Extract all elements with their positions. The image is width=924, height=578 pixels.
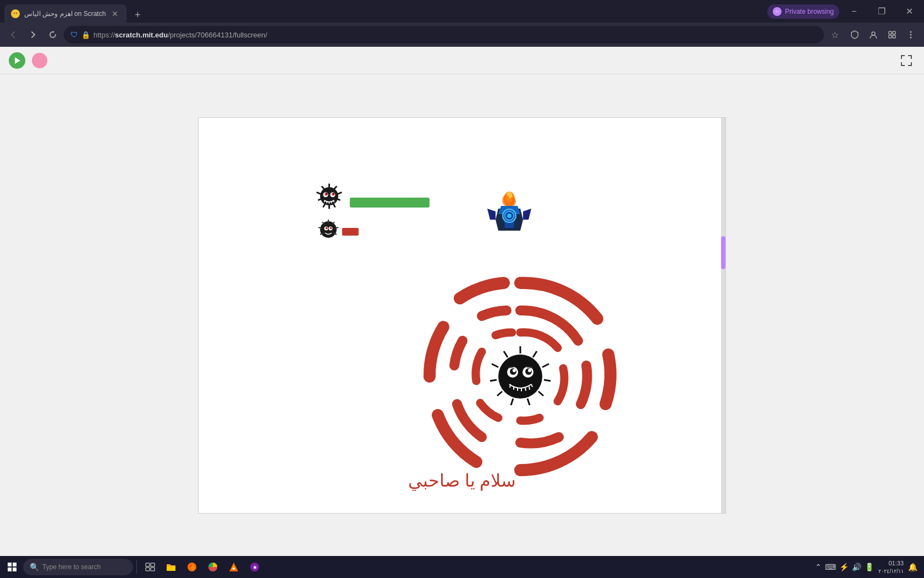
svg-point-11 <box>910 34 912 36</box>
forward-button[interactable] <box>24 26 42 43</box>
svg-point-0 <box>13 11 18 17</box>
svg-rect-95 <box>146 568 150 571</box>
firefox-button[interactable] <box>182 557 202 577</box>
private-browsing-label: Private browsing <box>785 8 834 15</box>
svg-point-73 <box>498 355 542 399</box>
scratch-canvas[interactable]: سلام يا صاحبي <box>198 117 726 514</box>
stop-button[interactable] <box>32 53 47 68</box>
svg-line-67 <box>527 399 530 405</box>
media-player-button[interactable] <box>224 557 244 577</box>
search-icon: 🔍 <box>30 563 39 571</box>
svg-line-32 <box>327 201 327 203</box>
url-text: https://scratch.mit.edu/projects/7066641… <box>94 31 817 39</box>
taskbar-divider <box>136 560 137 574</box>
player-sprite <box>317 218 340 241</box>
navbar: 🛡 🔒 https://scratch.mit.edu/projects/706… <box>0 23 924 47</box>
svg-point-52 <box>502 195 510 206</box>
clock-time: 01:33 <box>878 559 904 567</box>
nav-icons-right <box>846 26 920 43</box>
svg-line-72 <box>504 351 508 357</box>
extensions-button[interactable] <box>883 26 901 43</box>
svg-point-79 <box>528 369 531 372</box>
svg-point-49 <box>331 227 332 228</box>
svg-point-48 <box>326 227 327 228</box>
scrollbar-thumb[interactable] <box>721 236 725 269</box>
tab-favicon <box>11 9 20 18</box>
svg-rect-91 <box>8 568 12 571</box>
svg-rect-96 <box>151 568 155 571</box>
system-tray: ⌃ ⌨ ⚡ 🔊 🔋 <box>815 563 874 571</box>
player-health-bar <box>342 228 359 236</box>
taskbar: 🔍 Type here to search <box>0 556 924 578</box>
battery-icon: 🔋 <box>865 563 874 571</box>
taskbar-right: ⌃ ⌨ ⚡ 🔊 🔋 01:33 ٢٠٢٤/١٢/١١ 🔔 <box>815 559 922 574</box>
svg-rect-8 <box>889 35 892 38</box>
svg-rect-93 <box>146 563 150 566</box>
main-monster-sprite <box>314 181 344 211</box>
search-placeholder: Type here to search <box>42 563 101 571</box>
svg-line-65 <box>544 380 551 381</box>
svg-point-1 <box>14 13 15 14</box>
svg-rect-90 <box>13 563 16 566</box>
svg-rect-92 <box>13 568 16 571</box>
chrome-button[interactable] <box>203 557 223 577</box>
svg-point-4 <box>777 10 778 12</box>
url-path: /projects/706664131/fullscreen/ <box>168 31 267 39</box>
svg-rect-7 <box>893 31 895 34</box>
target-circles <box>410 266 630 487</box>
svg-rect-6 <box>889 31 892 34</box>
restore-button[interactable]: ❐ <box>869 0 894 23</box>
svg-line-64 <box>542 364 549 367</box>
svg-line-80 <box>510 384 510 388</box>
arabic-greeting-text: سلام يا صاحبي <box>199 470 725 491</box>
taskview-button[interactable] <box>140 557 160 577</box>
svg-point-30 <box>333 193 334 194</box>
svg-point-2 <box>16 13 17 14</box>
extra-app-button[interactable]: ★ <box>245 557 265 577</box>
address-bar[interactable]: 🛡 🔒 https://scratch.mit.edu/projects/706… <box>64 26 824 43</box>
shield-guard-button[interactable] <box>846 26 864 43</box>
refresh-button[interactable] <box>44 26 62 43</box>
fullscreen-button[interactable] <box>898 52 915 69</box>
health-bar <box>350 198 430 208</box>
svg-text:★: ★ <box>252 564 257 570</box>
svg-point-53 <box>509 197 516 206</box>
svg-marker-13 <box>15 57 20 64</box>
keyboard-icon: ⌨ <box>825 563 836 571</box>
system-clock[interactable]: 01:33 ٢٠٢٤/١٢/١١ <box>878 559 904 574</box>
svg-point-12 <box>910 37 912 39</box>
minimize-button[interactable]: − <box>842 0 867 23</box>
chevron-up-icon[interactable]: ⌃ <box>815 563 822 571</box>
volume-icon[interactable]: 🔊 <box>852 563 861 571</box>
svg-rect-89 <box>8 563 12 566</box>
tab-close-button[interactable]: ✕ <box>110 9 120 19</box>
taskbar-apps: ★ <box>140 557 265 577</box>
notifications-icon[interactable]: 🔔 <box>908 563 917 571</box>
new-tab-button[interactable]: + <box>130 7 145 23</box>
network-icon[interactable]: ⚡ <box>839 563 849 571</box>
scrollbar[interactable] <box>721 118 725 513</box>
clock-date: ٢٠٢٤/١٢/١١ <box>878 568 904 575</box>
svg-line-84 <box>525 388 526 391</box>
private-icon <box>773 7 782 16</box>
svg-rect-9 <box>893 35 895 38</box>
svg-line-34 <box>331 201 332 203</box>
back-button[interactable] <box>4 26 22 43</box>
svg-rect-94 <box>151 563 155 566</box>
svg-point-5 <box>872 32 875 35</box>
account-button[interactable] <box>865 26 882 43</box>
svg-point-36 <box>320 221 337 238</box>
file-explorer-button[interactable] <box>161 557 181 577</box>
titlebar-right: Private browsing − ❐ ✕ <box>767 0 924 23</box>
shield-icon: 🛡 <box>70 30 78 39</box>
start-button[interactable] <box>2 557 22 577</box>
taskbar-search-bar[interactable]: 🔍 Type here to search <box>23 559 133 575</box>
svg-marker-61 <box>523 209 531 220</box>
bookmark-button[interactable]: ☆ <box>826 26 844 43</box>
svg-line-66 <box>538 391 543 396</box>
lock-icon: 🔒 <box>81 31 90 39</box>
menu-button[interactable] <box>902 26 920 43</box>
active-tab[interactable]: اهزم وحش الياس on Scratch ✕ <box>4 4 127 23</box>
close-button[interactable]: ✕ <box>897 0 922 23</box>
green-flag-button[interactable] <box>9 52 25 69</box>
